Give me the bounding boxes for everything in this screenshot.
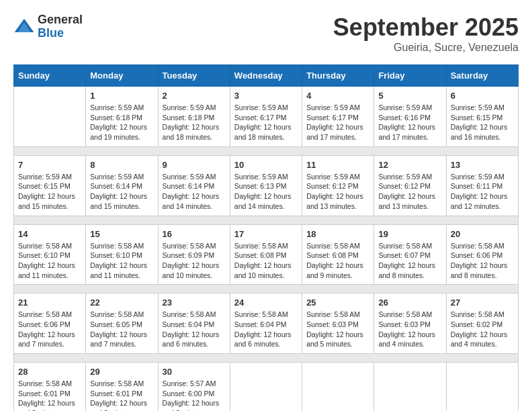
day-number: 20 xyxy=(451,229,514,239)
day-info: Sunrise: 5:57 AMSunset: 6:00 PMDaylight:… xyxy=(163,379,226,411)
day-info: Sunrise: 5:59 AMSunset: 6:16 PMDaylight:… xyxy=(378,103,441,142)
week-separator-3 xyxy=(14,285,519,293)
location-subtitle: Gueiria, Sucre, Venezuela xyxy=(333,42,519,54)
week-row-4: 21Sunrise: 5:58 AMSunset: 6:06 PMDayligh… xyxy=(14,293,519,354)
week-row-3: 14Sunrise: 5:58 AMSunset: 6:10 PMDayligh… xyxy=(14,224,519,285)
day-info: Sunrise: 5:58 AMSunset: 6:01 PMDaylight:… xyxy=(90,379,153,411)
day-info: Sunrise: 5:59 AMSunset: 6:18 PMDaylight:… xyxy=(163,103,226,142)
day-number: 14 xyxy=(18,229,81,239)
day-info: Sunrise: 5:58 AMSunset: 6:03 PMDaylight:… xyxy=(306,310,369,349)
day-number: 6 xyxy=(451,91,514,101)
cell-w4-d7: 27Sunrise: 5:58 AMSunset: 6:02 PMDayligh… xyxy=(446,293,518,354)
day-number: 21 xyxy=(18,298,81,308)
month-title: September 2025 xyxy=(333,13,519,42)
cell-w2-d6: 12Sunrise: 5:59 AMSunset: 6:12 PMDayligh… xyxy=(374,155,446,216)
title-section: September 2025 Gueiria, Sucre, Venezuela xyxy=(333,13,519,54)
cell-w5-d6 xyxy=(374,363,446,412)
logo-blue-text: Blue xyxy=(38,27,83,40)
week-row-2: 7Sunrise: 5:59 AMSunset: 6:15 PMDaylight… xyxy=(14,155,519,216)
cell-w1-d6: 5Sunrise: 5:59 AMSunset: 6:16 PMDaylight… xyxy=(374,87,446,147)
cell-w4-d5: 25Sunrise: 5:58 AMSunset: 6:03 PMDayligh… xyxy=(302,293,374,354)
day-number: 23 xyxy=(163,298,226,308)
day-number: 30 xyxy=(163,367,226,377)
day-number: 15 xyxy=(90,229,153,239)
cell-w1-d1 xyxy=(14,87,86,147)
cell-w4-d6: 26Sunrise: 5:58 AMSunset: 6:03 PMDayligh… xyxy=(374,293,446,354)
cell-w1-d7: 6Sunrise: 5:59 AMSunset: 6:15 PMDaylight… xyxy=(446,87,518,147)
day-info: Sunrise: 5:58 AMSunset: 6:01 PMDaylight:… xyxy=(18,379,81,411)
cell-w4-d4: 24Sunrise: 5:58 AMSunset: 6:04 PMDayligh… xyxy=(230,293,302,354)
week-separator-1 xyxy=(14,146,519,155)
cell-w1-d2: 1Sunrise: 5:59 AMSunset: 6:18 PMDaylight… xyxy=(86,87,158,147)
day-number: 29 xyxy=(90,367,153,377)
logo: General Blue xyxy=(13,13,83,40)
header-monday: Monday xyxy=(86,65,158,87)
day-info: Sunrise: 5:58 AMSunset: 6:08 PMDaylight:… xyxy=(234,241,298,281)
separator-cell xyxy=(14,354,519,363)
day-number: 10 xyxy=(234,160,298,170)
day-info: Sunrise: 5:58 AMSunset: 6:02 PMDaylight:… xyxy=(451,310,514,349)
cell-w5-d4 xyxy=(230,363,302,412)
week-separator-2 xyxy=(14,216,519,224)
logo-icon xyxy=(13,16,35,38)
day-number: 28 xyxy=(18,367,81,377)
day-number: 26 xyxy=(378,298,441,308)
week-row-5: 28Sunrise: 5:58 AMSunset: 6:01 PMDayligh… xyxy=(14,363,519,412)
cell-w3-d4: 17Sunrise: 5:58 AMSunset: 6:08 PMDayligh… xyxy=(230,224,302,285)
day-info: Sunrise: 5:58 AMSunset: 6:05 PMDaylight:… xyxy=(90,310,153,349)
cell-w2-d4: 10Sunrise: 5:59 AMSunset: 6:13 PMDayligh… xyxy=(230,155,302,216)
day-info: Sunrise: 5:59 AMSunset: 6:11 PMDaylight:… xyxy=(451,172,514,212)
cell-w4-d2: 22Sunrise: 5:58 AMSunset: 6:05 PMDayligh… xyxy=(86,293,158,354)
day-info: Sunrise: 5:58 AMSunset: 6:08 PMDaylight:… xyxy=(306,241,369,281)
day-info: Sunrise: 5:58 AMSunset: 6:04 PMDaylight:… xyxy=(163,310,226,349)
cell-w4-d3: 23Sunrise: 5:58 AMSunset: 6:04 PMDayligh… xyxy=(158,293,230,354)
header-sunday: Sunday xyxy=(14,65,86,87)
day-info: Sunrise: 5:59 AMSunset: 6:13 PMDaylight:… xyxy=(234,172,298,212)
calendar-table: Sunday Monday Tuesday Wednesday Thursday… xyxy=(13,64,519,411)
day-number: 2 xyxy=(163,91,226,101)
day-number: 16 xyxy=(163,229,226,239)
day-number: 18 xyxy=(306,229,369,239)
day-number: 17 xyxy=(234,229,298,239)
logo-general-text: General xyxy=(38,13,83,27)
cell-w1-d5: 4Sunrise: 5:59 AMSunset: 6:17 PMDaylight… xyxy=(302,87,374,147)
cell-w3-d2: 15Sunrise: 5:58 AMSunset: 6:10 PMDayligh… xyxy=(86,224,158,285)
header-friday: Friday xyxy=(374,65,446,87)
day-info: Sunrise: 5:59 AMSunset: 6:18 PMDaylight:… xyxy=(90,103,153,142)
cell-w5-d2: 29Sunrise: 5:58 AMSunset: 6:01 PMDayligh… xyxy=(86,363,158,412)
day-number: 5 xyxy=(378,91,441,101)
week-separator-4 xyxy=(14,354,519,363)
day-info: Sunrise: 5:59 AMSunset: 6:12 PMDaylight:… xyxy=(306,172,369,212)
day-info: Sunrise: 5:59 AMSunset: 6:14 PMDaylight:… xyxy=(163,172,226,212)
cell-w3-d5: 18Sunrise: 5:58 AMSunset: 6:08 PMDayligh… xyxy=(302,224,374,285)
day-info: Sunrise: 5:59 AMSunset: 6:17 PMDaylight:… xyxy=(234,103,298,142)
day-info: Sunrise: 5:58 AMSunset: 6:03 PMDaylight:… xyxy=(378,310,441,349)
cell-w1-d4: 3Sunrise: 5:59 AMSunset: 6:17 PMDaylight… xyxy=(230,87,302,147)
header-saturday: Saturday xyxy=(446,65,518,87)
cell-w1-d3: 2Sunrise: 5:59 AMSunset: 6:18 PMDaylight… xyxy=(158,87,230,147)
separator-cell xyxy=(14,285,519,293)
cell-w3-d7: 20Sunrise: 5:58 AMSunset: 6:06 PMDayligh… xyxy=(446,224,518,285)
header-thursday: Thursday xyxy=(302,65,374,87)
day-number: 8 xyxy=(90,160,153,170)
page-header: General Blue September 2025 Gueiria, Suc… xyxy=(13,13,519,54)
cell-w2-d1: 7Sunrise: 5:59 AMSunset: 6:15 PMDaylight… xyxy=(14,155,86,216)
calendar-header-row: Sunday Monday Tuesday Wednesday Thursday… xyxy=(14,65,519,87)
cell-w5-d3: 30Sunrise: 5:57 AMSunset: 6:00 PMDayligh… xyxy=(158,363,230,412)
cell-w3-d3: 16Sunrise: 5:58 AMSunset: 6:09 PMDayligh… xyxy=(158,224,230,285)
cell-w2-d5: 11Sunrise: 5:59 AMSunset: 6:12 PMDayligh… xyxy=(302,155,374,216)
cell-w3-d6: 19Sunrise: 5:58 AMSunset: 6:07 PMDayligh… xyxy=(374,224,446,285)
logo-text: General Blue xyxy=(38,13,83,40)
day-number: 9 xyxy=(163,160,226,170)
cell-w2-d3: 9Sunrise: 5:59 AMSunset: 6:14 PMDaylight… xyxy=(158,155,230,216)
header-wednesday: Wednesday xyxy=(230,65,302,87)
day-info: Sunrise: 5:59 AMSunset: 6:15 PMDaylight:… xyxy=(451,103,514,142)
day-number: 11 xyxy=(306,160,369,170)
week-row-1: 1Sunrise: 5:59 AMSunset: 6:18 PMDaylight… xyxy=(14,87,519,147)
cell-w5-d5 xyxy=(302,363,374,412)
header-tuesday: Tuesday xyxy=(158,65,230,87)
cell-w5-d1: 28Sunrise: 5:58 AMSunset: 6:01 PMDayligh… xyxy=(14,363,86,412)
cell-w3-d1: 14Sunrise: 5:58 AMSunset: 6:10 PMDayligh… xyxy=(14,224,86,285)
day-number: 3 xyxy=(234,91,298,101)
cell-w5-d7 xyxy=(446,363,518,412)
